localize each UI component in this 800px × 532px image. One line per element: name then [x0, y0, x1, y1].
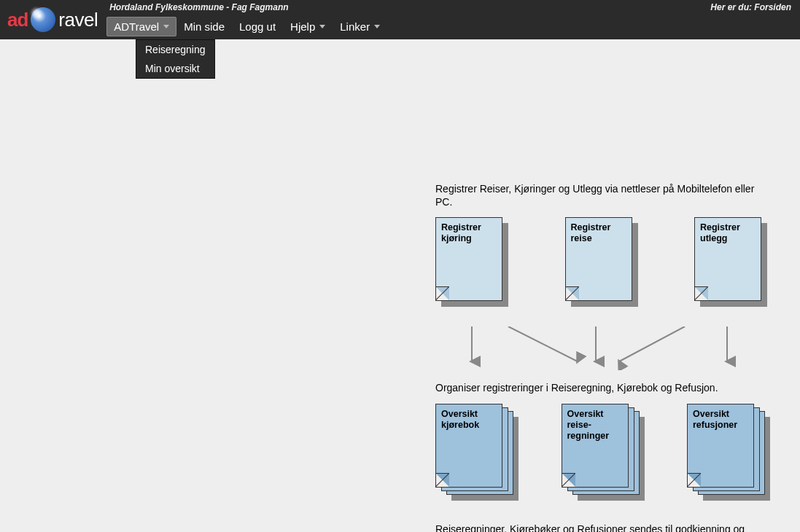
card-oversikt-reiseregninger[interactable]: Oversikt reise-regninger	[562, 404, 645, 502]
card-registrer-reise[interactable]: Registrer reise	[565, 217, 642, 308]
card-label: Registrer reise	[571, 222, 611, 243]
card-registrer-kjoring[interactable]: Registrer kjøring	[435, 217, 512, 308]
register-row: Registrer kjøring Registrer reise Regist…	[435, 217, 771, 308]
menu-label: Hjelp	[290, 20, 315, 33]
menu-adtravel[interactable]: ADTravel	[106, 17, 176, 36]
card-label: Registrer kjøring	[441, 222, 481, 243]
menu-label: Linker	[340, 20, 370, 33]
page-icon: Registrer utlegg	[694, 217, 761, 301]
overview-row: Oversikt kjørebok Oversikt reise-regning…	[435, 404, 771, 502]
menu-linker[interactable]: Linker	[333, 17, 387, 36]
card-registrer-utlegg[interactable]: Registrer utlegg	[694, 217, 771, 308]
dropdown-item-reiseregning[interactable]: Reiseregning	[136, 40, 214, 59]
info-bar: Hordaland Fylkeskommune - Fag Fagmann He…	[105, 0, 800, 15]
menu-label: Logg ut	[239, 20, 276, 33]
menu-min-side[interactable]: Min side	[176, 17, 232, 36]
menu-bar: ADTravel Min side Logg ut Hjelp Linker	[105, 15, 800, 38]
page-icon: Registrer kjøring	[435, 217, 502, 301]
arrows-diagram	[435, 326, 771, 370]
chevron-down-icon	[374, 25, 380, 28]
card-oversikt-kjorebok[interactable]: Oversikt kjørebok	[435, 404, 519, 502]
card-label: Registrer utlegg	[700, 222, 740, 243]
menu-logg-ut[interactable]: Logg ut	[232, 17, 283, 36]
instruction-step2: Organiser registreringer i Reiseregning,…	[435, 381, 771, 394]
logo: ad ravel	[0, 0, 105, 39]
svg-line-1	[508, 326, 578, 361]
page-icon: Registrer reise	[565, 217, 632, 301]
header-bar: ad ravel Hordaland Fylkeskommune - Fag F…	[0, 0, 800, 39]
menu-label: Min side	[184, 20, 225, 33]
breadcrumb: Her er du: Forsiden	[710, 2, 791, 12]
card-label: Oversikt reise-regninger	[567, 409, 610, 441]
stack-page-front: Oversikt kjørebok	[435, 404, 502, 488]
stack-page-front: Oversikt refusjoner	[687, 404, 754, 488]
instruction-step3: Reiseregninger, Kjørebøker og Refusjoner…	[435, 523, 771, 532]
chevron-down-icon	[163, 25, 169, 28]
logo-text-ad: ad	[7, 9, 28, 31]
header-right: Hordaland Fylkeskommune - Fag Fagmann He…	[105, 0, 800, 39]
logo-text-ravel: ravel	[58, 9, 98, 31]
instruction-step1: Registrer Reiser, Kjøringer og Utlegg vi…	[435, 182, 771, 208]
card-label: Oversikt refusjoner	[693, 409, 737, 430]
stack-page-front: Oversikt reise-regninger	[562, 404, 629, 488]
arrows-svg	[435, 326, 764, 370]
card-label: Oversikt kjørebok	[441, 409, 479, 430]
chevron-down-icon	[319, 25, 325, 28]
main-content: Registrer Reiser, Kjøringer og Utlegg vi…	[435, 182, 771, 532]
globe-icon	[31, 7, 55, 32]
fold-icon	[695, 287, 708, 300]
fold-icon	[436, 287, 449, 300]
card-oversikt-refusjoner[interactable]: Oversikt refusjoner	[687, 404, 771, 502]
svg-line-3	[619, 326, 685, 361]
dropdown-item-min-oversikt[interactable]: Min oversikt	[136, 59, 214, 78]
menu-label: ADTravel	[114, 20, 159, 33]
menu-hjelp[interactable]: Hjelp	[283, 17, 333, 36]
dropdown-adtravel: Reiseregning Min oversikt	[136, 39, 215, 79]
org-user-info: Hordaland Fylkeskommune - Fag Fagmann	[109, 2, 288, 12]
